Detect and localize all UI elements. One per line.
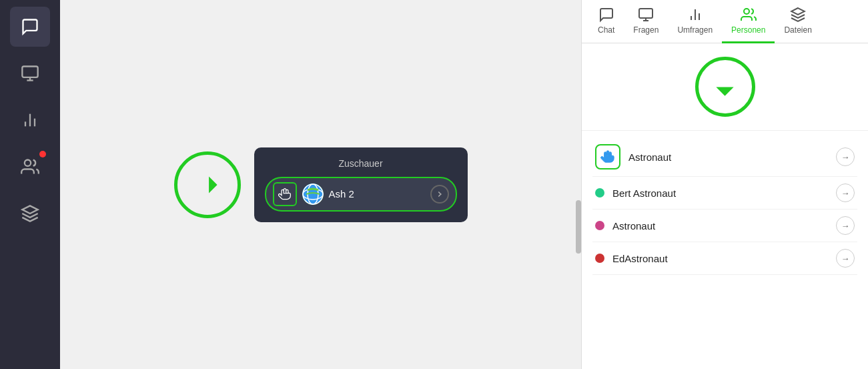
tab-chat-label: Chat [598, 25, 614, 35]
people-list: Astronaut → Bert Astronaut → Astronaut →… [582, 130, 868, 369]
people-item-0: Astronaut → [592, 137, 857, 177]
tab-personen-label: Personen [731, 25, 765, 35]
scrollbar-thumb[interactable] [576, 200, 581, 254]
svg-point-8 [302, 183, 324, 205]
zuschauer-row: Ash 2 [265, 177, 457, 212]
tab-umfragen[interactable]: Umfragen [668, 0, 722, 43]
people-item-1: Bert Astronaut → [592, 177, 857, 210]
tab-umfragen-label: Umfragen [677, 25, 713, 35]
people-name-3: EdAstronaut [612, 253, 828, 264]
people-name-0: Astronaut [628, 151, 828, 163]
sidebar [0, 0, 60, 369]
people-badge [39, 151, 46, 157]
participant-name: Ash 2 [329, 188, 425, 200]
people-promote-1[interactable]: → [836, 183, 855, 202]
tab-fragen-label: Fragen [633, 25, 659, 35]
download-icon-circle [695, 57, 755, 117]
people-name-2: Astronaut [612, 220, 828, 232]
download-area [582, 43, 868, 130]
hand-raise-icon-box [273, 182, 297, 206]
svg-marker-19 [791, 8, 805, 15]
people-item-3: EdAstronaut → [592, 242, 857, 275]
zuschauer-panel: Zuschauer Ash 2 [254, 147, 468, 222]
people-dot-2 [595, 221, 604, 230]
svg-rect-0 [22, 67, 37, 77]
participant-avatar [302, 183, 324, 205]
sidebar-item-presentation[interactable] [10, 53, 50, 93]
right-panel: Chat Fragen Umfragen [581, 0, 868, 369]
svg-point-18 [744, 9, 749, 14]
svg-marker-7 [22, 206, 37, 214]
tab-bar: Chat Fragen Umfragen [582, 0, 868, 43]
people-promote-0[interactable]: → [836, 147, 855, 166]
sidebar-item-files[interactable] [10, 194, 50, 234]
people-item-2: Astronaut → [592, 210, 857, 242]
sidebar-item-poll[interactable] [10, 100, 50, 140]
people-promote-2[interactable]: → [836, 216, 855, 235]
people-avatar-0 [595, 144, 620, 169]
tab-chat[interactable]: Chat [588, 0, 624, 43]
svg-rect-12 [639, 9, 653, 18]
svg-point-6 [25, 160, 31, 166]
sidebar-item-chat[interactable] [10, 7, 50, 47]
main-content: Zuschauer Ash 2 [60, 0, 581, 369]
tab-dateien-label: Dateien [784, 25, 811, 35]
tab-fragen[interactable]: Fragen [624, 0, 668, 43]
promote-arrow-circle [174, 151, 241, 218]
people-promote-3[interactable]: → [836, 249, 855, 268]
sidebar-item-people[interactable] [10, 147, 50, 187]
zuschauer-title: Zuschauer [265, 158, 457, 169]
promote-to-presenter-button[interactable] [430, 185, 449, 204]
people-dot-1 [595, 188, 604, 198]
tab-personen[interactable]: Personen [722, 0, 775, 43]
people-dot-3 [595, 254, 604, 263]
tab-dateien[interactable]: Dateien [775, 0, 821, 43]
people-name-1: Bert Astronaut [612, 188, 828, 199]
